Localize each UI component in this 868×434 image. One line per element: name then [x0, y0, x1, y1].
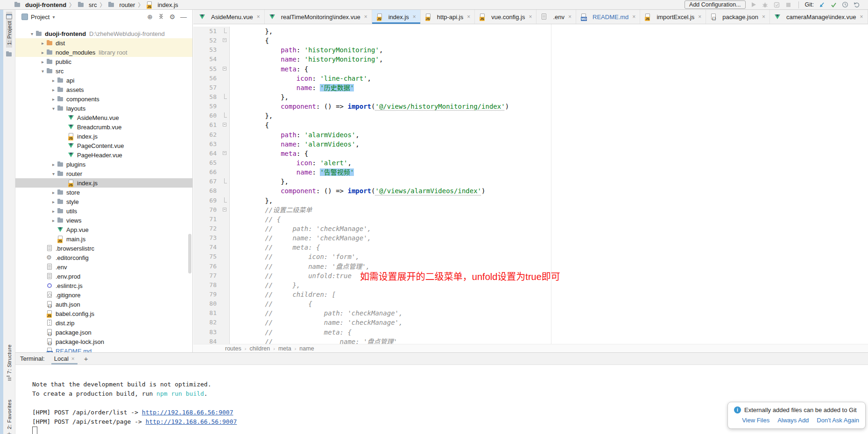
tree-item-assets[interactable]: ▸assets	[15, 85, 192, 94]
chevron-collapsed-icon[interactable]: ▸	[50, 97, 57, 102]
chevron-collapsed-icon[interactable]: ▸	[50, 87, 57, 92]
tree-item--eslintrc-js[interactable]: .eslintrc.js	[15, 281, 192, 290]
tree-item-layouts[interactable]: ▾layouts	[15, 104, 192, 113]
tree-item-index-js[interactable]: index.js	[15, 178, 192, 188]
stop-icon[interactable]	[785, 1, 792, 8]
tree-item-src[interactable]: ▾src	[15, 66, 192, 76]
tree-item-main-js[interactable]: main.js	[15, 234, 192, 244]
tree-item-package-lock-json[interactable]: package-lock.json	[15, 337, 192, 346]
tree-item-router[interactable]: ▾router	[15, 169, 192, 178]
close-icon[interactable]: ×	[860, 14, 863, 20]
add-configuration-button[interactable]: Add Configuration...	[685, 0, 746, 9]
run-with-coverage-icon[interactable]	[773, 1, 781, 8]
breadcrumb-item[interactable]: index.js	[146, 1, 178, 8]
close-icon[interactable]: ×	[364, 14, 367, 20]
git-history-icon[interactable]	[841, 1, 849, 8]
close-icon[interactable]: ×	[71, 356, 75, 362]
terminal-link[interactable]: http://192.168.66.56:9007	[142, 409, 233, 416]
chevron-expanded-icon[interactable]: ▾	[50, 106, 57, 111]
editor-tab-realTimeMonitoring-index-vue[interactable]: realTimeMonitoring\index.vue×	[265, 10, 372, 24]
tree-item-PageHeader-vue[interactable]: PageHeader.vue	[15, 150, 192, 160]
collapse-all-icon[interactable]	[157, 13, 165, 21]
tree-item-AsideMenu-vue[interactable]: AsideMenu.vue	[15, 113, 192, 122]
terminal-cursor[interactable]	[32, 427, 37, 434]
tree-item--gitignore[interactable]: .gitignore	[15, 290, 192, 300]
tree-item-dist-zip[interactable]: dist.zip	[15, 318, 192, 328]
locate-file-icon[interactable]: ⊕	[146, 13, 154, 21]
chevron-collapsed-icon[interactable]: ▸	[39, 41, 46, 46]
tree-item-auth-json[interactable]: auth.json	[15, 300, 192, 309]
tree-item-store[interactable]: ▸store	[15, 188, 192, 197]
chevron-expanded-icon[interactable]: ▾	[50, 171, 57, 176]
breadcrumb-item[interactable]: router	[108, 1, 135, 8]
notification-action-Always-Add[interactable]: Always Add	[777, 417, 809, 424]
fold-collapse-icon[interactable]	[221, 205, 230, 215]
gear-icon[interactable]: ⚙	[168, 13, 176, 21]
fold-end-marker[interactable]	[221, 177, 230, 186]
chevron-collapsed-icon[interactable]: ▸	[50, 199, 57, 204]
tree-item-components[interactable]: ▸components	[15, 94, 192, 104]
chevron-collapsed-icon[interactable]: ▸	[50, 218, 57, 223]
chevron-expanded-icon[interactable]: ▾	[39, 69, 46, 74]
close-icon[interactable]: ×	[632, 14, 635, 20]
fold-end-marker[interactable]	[221, 111, 230, 120]
tree-item-public[interactable]: ▸public	[15, 57, 192, 66]
fold-collapse-icon[interactable]	[221, 64, 230, 74]
editor-tab-vue-config-js[interactable]: vue.config.js×	[475, 10, 536, 24]
fold-end-marker[interactable]	[221, 196, 230, 205]
editor-tab-README-md[interactable]: README.md×	[576, 10, 640, 24]
debug-icon[interactable]	[762, 1, 769, 8]
editor-tab-http-api-js[interactable]: http-api.js×	[421, 10, 475, 24]
editor-tab-AsideMenu-vue[interactable]: AsideMenu.vue×	[195, 10, 265, 24]
terminal-link[interactable]: http://192.168.66.56:9007	[146, 418, 237, 425]
tree-item-Breadcrumb-vue[interactable]: Breadcrumb.vue	[15, 122, 192, 132]
code-editor[interactable]: 51 },52 {53 path: 'historyMonitoring',54…	[193, 24, 868, 344]
editor-tab-importExcel-js[interactable]: importExcel.js×	[640, 10, 706, 24]
run-icon[interactable]	[750, 1, 757, 8]
tree-item-api[interactable]: ▸api	[15, 76, 192, 85]
tool-tab-project[interactable]: 1: Project	[6, 12, 12, 48]
tree-item--browserslistrc[interactable]: .browserslistrc	[15, 244, 192, 253]
editor-breadcrumb-item[interactable]: name	[299, 345, 314, 352]
tree-item--editorconfig[interactable]: .editorconfig	[15, 253, 192, 262]
chevron-collapsed-icon[interactable]: ▸	[50, 78, 57, 83]
tree-item-babel-config-js[interactable]: babel.config.js	[15, 309, 192, 318]
tree-item-package-json[interactable]: package.json	[15, 328, 192, 337]
tree-item-PageContent-vue[interactable]: PageContent.vue	[15, 141, 192, 150]
close-icon[interactable]: ×	[762, 14, 765, 20]
new-terminal-button[interactable]: +	[84, 355, 88, 364]
tree-item-index-js[interactable]: index.js	[15, 132, 192, 141]
fold-collapse-icon[interactable]	[221, 36, 230, 45]
close-icon[interactable]: ×	[257, 14, 260, 20]
tree-item-dist[interactable]: ▸dist	[15, 38, 192, 48]
close-icon[interactable]: ×	[568, 14, 572, 20]
tree-item-plugins[interactable]: ▸plugins	[15, 160, 192, 169]
chevron-collapsed-icon[interactable]: ▸	[50, 209, 57, 214]
tool-tab-structure[interactable]: 7: Structure	[3, 342, 15, 383]
notification-action-Don-t-Ask-Again[interactable]: Don't Ask Again	[817, 417, 859, 424]
chevron-expanded-icon[interactable]: ▾	[28, 31, 35, 36]
tree-item-views[interactable]: ▸views	[15, 216, 192, 225]
tree-scrollbar[interactable]	[188, 234, 191, 273]
git-commit-icon[interactable]	[830, 1, 837, 8]
editor-tab-index-js[interactable]: index.js×	[372, 10, 421, 24]
tree-item--env[interactable]: .env	[15, 262, 192, 272]
terminal-tab-local[interactable]: Local ×	[51, 355, 78, 364]
project-panel-title[interactable]: Project	[31, 14, 49, 21]
tree-item-README-md[interactable]: README.md	[15, 346, 192, 352]
close-icon[interactable]: ×	[413, 14, 416, 20]
notification-action-View-Files[interactable]: View Files	[742, 417, 769, 424]
chevron-collapsed-icon[interactable]: ▸	[39, 59, 46, 64]
breadcrumb-item[interactable]: src	[78, 1, 97, 8]
tree-item-App-vue[interactable]: App.vue	[15, 225, 192, 234]
chevron-collapsed-icon[interactable]: ▸	[39, 50, 46, 55]
tree-item--env-prod[interactable]: .env.prod	[15, 272, 192, 281]
close-icon[interactable]: ×	[529, 14, 532, 20]
editor-breadcrumb-item[interactable]: routes	[225, 345, 241, 352]
folder-icon[interactable]	[6, 51, 13, 57]
fold-collapse-icon[interactable]	[221, 149, 230, 158]
editor-tab--env[interactable]: .env×	[536, 10, 576, 24]
fold-end-marker[interactable]	[221, 27, 230, 36]
editor-tab-package-json[interactable]: package.json×	[706, 10, 770, 24]
close-icon[interactable]: ×	[698, 14, 701, 20]
